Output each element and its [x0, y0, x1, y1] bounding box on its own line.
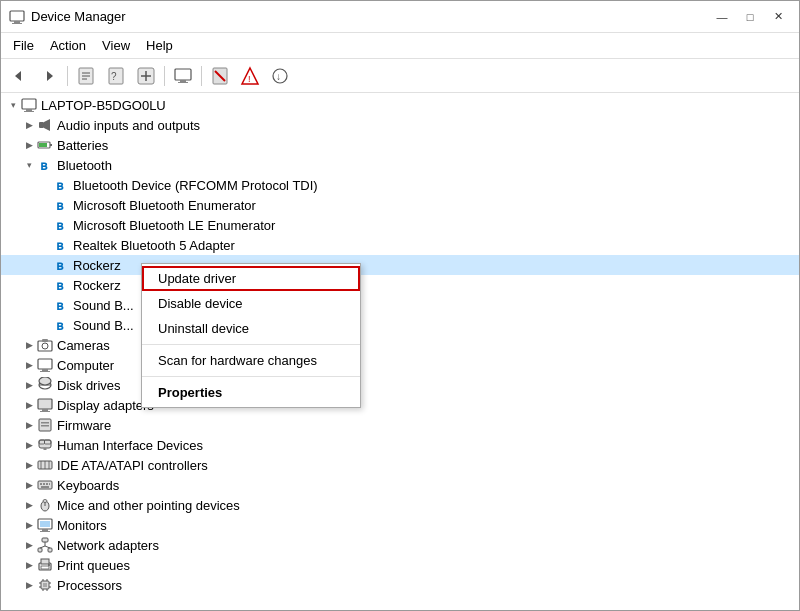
disable-button[interactable] — [206, 63, 234, 89]
expand-mice[interactable]: ▶ — [21, 497, 37, 513]
svg-rect-45 — [40, 371, 50, 372]
tree-item-root[interactable]: ▾ LAPTOP-B5DGO0LU — [1, 95, 799, 115]
tree-item-audio[interactable]: ▶ Audio inputs and outputs — [1, 115, 799, 135]
cameras-label: Cameras — [57, 338, 110, 353]
network-label: Network adapters — [57, 538, 159, 553]
tree-item-bt6[interactable]: ʙ Rockerz — [1, 275, 799, 295]
tree-item-hid[interactable]: ▶ Human Interface Devices — [1, 435, 799, 455]
tree-item-bt7[interactable]: ʙ Sound B... — [1, 295, 799, 315]
expand-bt7 — [37, 297, 53, 313]
tree-item-bluetooth[interactable]: ▾ ʙ Bluetooth — [1, 155, 799, 175]
expand-firmware[interactable]: ▶ — [21, 417, 37, 433]
tree-item-monitors[interactable]: ▶ Monitors — [1, 515, 799, 535]
expand-print[interactable]: ▶ — [21, 557, 37, 573]
svg-rect-66 — [46, 483, 48, 485]
tree-item-bt2[interactable]: ʙ Microsoft Bluetooth Enumerator — [1, 195, 799, 215]
expand-keyboards[interactable]: ▶ — [21, 477, 37, 493]
tree-item-disk[interactable]: ▶ Disk drives — [1, 375, 799, 395]
tree-item-network[interactable]: ▶ Network adapters — [1, 535, 799, 555]
expand-ide[interactable]: ▶ — [21, 457, 37, 473]
svg-rect-77 — [38, 548, 42, 552]
svg-text:ʙ: ʙ — [56, 218, 64, 233]
print-icon — [37, 557, 53, 573]
expand-root[interactable]: ▾ — [5, 97, 21, 113]
tree-item-cameras[interactable]: ▶ Cameras — [1, 335, 799, 355]
bt1-icon: ʙ — [53, 177, 69, 193]
computer-item-icon — [37, 357, 53, 373]
context-menu-properties[interactable]: Properties — [142, 380, 360, 405]
expand-bluetooth[interactable]: ▾ — [21, 157, 37, 173]
tree-item-processors[interactable]: ▶ Processors — [1, 575, 799, 595]
tree-item-bt4[interactable]: ʙ Realtek Bluetooth 5 Adapter — [1, 235, 799, 255]
tree-item-mice[interactable]: ▶ Mice and other pointing devices — [1, 495, 799, 515]
tree-item-bt1[interactable]: ʙ Bluetooth Device (RFCOMM Protocol TDI) — [1, 175, 799, 195]
expand-cameras[interactable]: ▶ — [21, 337, 37, 353]
expand-bt4 — [37, 237, 53, 253]
menu-help[interactable]: Help — [138, 35, 181, 56]
svg-rect-87 — [43, 583, 47, 587]
title-bar: Device Manager — □ ✕ — [1, 1, 799, 33]
expand-hid[interactable]: ▶ — [21, 437, 37, 453]
menu-action[interactable]: Action — [42, 35, 94, 56]
context-menu-disable-device[interactable]: Disable device — [142, 291, 360, 316]
expand-bt3 — [37, 217, 53, 233]
maximize-button[interactable]: □ — [737, 7, 763, 27]
menu-file[interactable]: File — [5, 35, 42, 56]
keyboards-label: Keyboards — [57, 478, 119, 493]
monitor-button[interactable] — [169, 63, 197, 89]
svg-text:ʙ: ʙ — [40, 158, 48, 173]
uninstall-button[interactable]: ! — [236, 63, 264, 89]
tree-item-batteries[interactable]: ▶ Batteries — [1, 135, 799, 155]
svg-rect-16 — [178, 82, 188, 83]
minimize-button[interactable]: — — [709, 7, 735, 27]
update-driver-button[interactable]: ? — [102, 63, 130, 89]
rollback-icon: ↓ — [270, 66, 290, 86]
svg-rect-84 — [41, 566, 49, 569]
context-menu-scan-changes[interactable]: Scan for hardware changes — [142, 348, 360, 373]
rollback-button[interactable]: ↓ — [266, 63, 294, 89]
bt5-label: Rockerz — [73, 258, 121, 273]
properties-button[interactable] — [72, 63, 100, 89]
tree-item-bt8[interactable]: ʙ Sound B... — [1, 315, 799, 335]
svg-rect-14 — [175, 69, 191, 80]
tree-item-keyboards[interactable]: ▶ Keyboards — [1, 475, 799, 495]
battery-icon — [37, 137, 53, 153]
expand-bt6 — [37, 277, 53, 293]
svg-text:ʙ: ʙ — [56, 298, 64, 313]
root-label: LAPTOP-B5DGO0LU — [41, 98, 166, 113]
back-button[interactable] — [5, 63, 33, 89]
svg-text:ʙ: ʙ — [56, 178, 64, 193]
tree-item-display[interactable]: ▶ Display adapters — [1, 395, 799, 415]
disable-icon — [210, 66, 230, 86]
expand-processors[interactable]: ▶ — [21, 577, 37, 593]
window-icon — [9, 9, 25, 25]
close-button[interactable]: ✕ — [765, 7, 791, 27]
expand-bt2 — [37, 197, 53, 213]
audio-label: Audio inputs and outputs — [57, 118, 200, 133]
expand-monitors[interactable]: ▶ — [21, 517, 37, 533]
tree-item-print[interactable]: ▶ Print queues — [1, 555, 799, 575]
menu-bar: File Action View Help — [1, 33, 799, 59]
tree-item-ide[interactable]: ▶ IDE ATA/ATAPI controllers — [1, 455, 799, 475]
tree-item-bt3[interactable]: ʙ Microsoft Bluetooth LE Enumerator — [1, 215, 799, 235]
menu-view[interactable]: View — [94, 35, 138, 56]
tree-item-bt5[interactable]: ʙ Rockerz — [1, 255, 799, 275]
expand-batteries[interactable]: ▶ — [21, 137, 37, 153]
scan-changes-button[interactable] — [132, 63, 160, 89]
forward-button[interactable] — [35, 63, 63, 89]
expand-network[interactable]: ▶ — [21, 537, 37, 553]
svg-rect-64 — [40, 483, 42, 485]
expand-audio[interactable]: ▶ — [21, 117, 37, 133]
tree-item-computer[interactable]: ▶ Computer — [1, 355, 799, 375]
device-tree[interactable]: ▾ LAPTOP-B5DGO0LU ▶ Audio inputs and out… — [1, 93, 799, 610]
tree-item-firmware[interactable]: ▶ Firmware — [1, 415, 799, 435]
scan-icon — [136, 66, 156, 86]
context-menu-uninstall-device[interactable]: Uninstall device — [142, 316, 360, 341]
expand-computer[interactable]: ▶ — [21, 357, 37, 373]
expand-disk[interactable]: ▶ — [21, 377, 37, 393]
context-menu-update-driver[interactable]: Update driver — [142, 266, 360, 291]
expand-display[interactable]: ▶ — [21, 397, 37, 413]
device-manager-window: Device Manager — □ ✕ File Action View He… — [0, 0, 800, 611]
bt7-label: Sound B... — [73, 298, 134, 313]
ide-label: IDE ATA/ATAPI controllers — [57, 458, 208, 473]
